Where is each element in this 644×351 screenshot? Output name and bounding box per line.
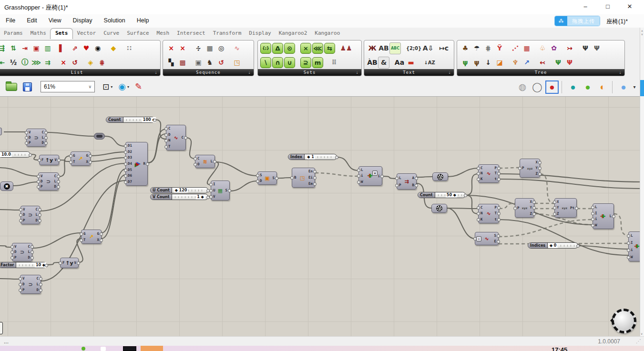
list-icon-r2-3[interactable]: ⓘ	[19, 57, 31, 69]
sequence-icon-r1-3[interactable]: ∻	[193, 42, 204, 54]
brep-edges-output-En[interactable]: En	[308, 170, 313, 173]
list-item-input-W[interactable]: W	[361, 180, 363, 184]
move-1-input-G[interactable]: G	[73, 154, 75, 158]
deconstruct-point-1-component[interactable]: PxyzXYZ	[520, 159, 540, 178]
list-icon-r1-2[interactable]: ⇅	[8, 42, 19, 54]
u-count-slider-track[interactable]: ◆ 120	[175, 188, 205, 193]
insert-items-1-input-i[interactable]: i	[595, 217, 597, 221]
divide-curve-r1-component[interactable]: CNK∿PTt	[478, 164, 499, 183]
canvas-compass-widget[interactable]	[612, 309, 636, 333]
divide-domain2-input-I[interactable]: I	[213, 182, 215, 186]
text-icon-r1-2[interactable]: AB	[378, 42, 389, 54]
tab-mesh[interactable]: Mesh	[153, 28, 174, 40]
sets-icon-r2-1[interactable]: ∖	[260, 57, 271, 68]
tree-icon-r2-6[interactable]: ↗	[521, 57, 532, 69]
preview-caret[interactable]: ▾	[127, 85, 129, 89]
insert-items-1-input-L[interactable]: L	[595, 205, 597, 209]
merge-input-D5[interactable]: D5	[128, 168, 132, 172]
divide-curve-4-output-D[interactable]: D	[28, 256, 30, 260]
divide-curve-r2-input-N[interactable]: N	[480, 211, 483, 215]
sequence-icon-r2-5[interactable]: ↺	[215, 57, 227, 69]
taskbar-orange-icon[interactable]	[141, 346, 163, 351]
divide-curve-3-component[interactable]: VDP⊃CLD	[20, 206, 40, 224]
sets-icon-r1-1[interactable]: {;}	[260, 43, 271, 54]
deconstruct-point-1-output-Y[interactable]: Y	[535, 166, 538, 170]
tree-icon-r1-7[interactable]: ♧	[537, 42, 548, 54]
zoom-extents-button[interactable]: ⊡	[102, 82, 109, 92]
list-icon-r1-4[interactable]: ▣	[31, 42, 42, 54]
end-points-component[interactable]: C∿SE↑	[475, 232, 499, 245]
contour-component[interactable]: CO≋L	[195, 155, 215, 168]
isotrim-component[interactable]: SD▣S	[257, 171, 277, 185]
tab-maths[interactable]: Maths	[27, 28, 50, 40]
tree-icon-r2-7[interactable]: ↢	[537, 57, 548, 69]
sets-icon-r2-4[interactable]: ⊇	[300, 57, 311, 68]
move-1-output-X[interactable]: X	[86, 160, 88, 164]
insert-items-2-input-W[interactable]: W	[631, 255, 633, 259]
divide-curve-1-component[interactable]: VDP⊃CLD	[26, 129, 46, 147]
divide-curve-2-output-D[interactable]: D	[54, 185, 56, 189]
preview-half-icon[interactable]: ◐	[596, 80, 609, 94]
move-2-component[interactable]: GT↗GX	[81, 230, 102, 244]
text-icon-r1-1[interactable]: Ж	[367, 42, 378, 54]
scroll-up-icon[interactable]: ∧	[640, 29, 644, 32]
flatten-1-component[interactable]	[432, 172, 448, 181]
list-item-badge-button[interactable]: ▼	[372, 170, 378, 176]
move-2-output-X[interactable]: X	[97, 238, 99, 242]
deconstruct-point-1-input-P[interactable]: P	[522, 166, 524, 170]
divide-curve-4-input-P[interactable]: P	[14, 256, 17, 260]
tab-kangaroo[interactable]: Kangaroo	[311, 28, 344, 40]
brep-edges-input-B[interactable]: B	[294, 176, 296, 180]
tab-sets[interactable]: Sets	[50, 28, 73, 40]
tree-icon-r1-6[interactable]: ▦	[521, 42, 532, 54]
menu-help[interactable]: Help	[131, 14, 155, 24]
list-icon-r1-7[interactable]: ⇗	[69, 42, 81, 54]
maximize-button[interactable]: □	[597, 0, 619, 13]
menu-view[interactable]: View	[43, 14, 67, 24]
sets-icon-r1-5[interactable]: ⋘	[312, 43, 323, 54]
dispatch-component[interactable]: LP⇉AB	[397, 173, 417, 190]
right-scroll-strip[interactable]: ∧ ∨ ∨	[640, 28, 644, 346]
sequence-icon-r1-2[interactable]: ×	[177, 42, 188, 54]
divide-curve-r2-output-T[interactable]: T	[494, 211, 497, 215]
divide-curve-r2-input-K[interactable]: K	[480, 218, 483, 221]
divide-curve-3-output-C[interactable]: C	[35, 208, 38, 211]
menu-solution[interactable]: Solution	[98, 14, 131, 24]
count-slider-50[interactable]: Count50 ◆	[418, 192, 466, 198]
deconstruct-point-2-output-Y[interactable]: Y	[530, 206, 532, 210]
divide-curve-r2-output-t[interactable]: t	[494, 218, 497, 221]
construct-point-input-Z[interactable]: Z	[557, 212, 559, 216]
divide-curve-2-output-C[interactable]: C	[54, 174, 56, 178]
save-file-button[interactable]	[23, 82, 32, 91]
list-icon-r2-4[interactable]: ⋙	[31, 57, 42, 69]
sets-icon-r1-6[interactable]: ⇆	[324, 43, 335, 54]
divide-curve-5-input-P[interactable]: P	[22, 288, 25, 292]
merge-input-D7[interactable]: D7	[128, 180, 132, 184]
divide-curve-1-input-D[interactable]: D	[29, 136, 31, 140]
list-icon-r2-1[interactable]: ⇤	[0, 57, 8, 69]
unit-y-2-output-V[interactable]: V	[74, 261, 76, 265]
scroll-bottom-icon[interactable]: ∨	[641, 332, 643, 335]
merge-input-D4[interactable]: D4	[128, 162, 132, 166]
list-icon-r1-3[interactable]: ⇥	[19, 42, 31, 54]
unit-y-1-input-F[interactable]: F	[41, 158, 44, 162]
tree-icon-r2-9[interactable]: Ψ	[564, 57, 575, 69]
divide-curve-3-output-L[interactable]: L	[35, 213, 38, 217]
tab-vector[interactable]: Vector	[73, 28, 100, 40]
group-expand-icon[interactable]: ⇣	[356, 69, 359, 76]
list-icon-r1-11[interactable]: ∷	[123, 42, 135, 54]
brep-edges-output-Ei[interactable]: Ei	[308, 176, 313, 180]
move-2-input-T[interactable]: T	[83, 238, 86, 242]
list-item-input-i[interactable]: i	[361, 174, 363, 178]
insert-items-2-input-i[interactable]: i	[631, 248, 633, 252]
interpolate-input-C[interactable]: C	[168, 127, 171, 130]
interpolate-component[interactable]: CDNT∿C	[166, 125, 186, 150]
isotrim-output-S[interactable]: S	[272, 176, 275, 180]
interpolate-input-T[interactable]: T	[168, 145, 171, 149]
indices-slider-track[interactable]: ◆ 0	[551, 243, 575, 248]
divide-curve-5-input-D[interactable]: D	[22, 282, 25, 286]
tab-surface[interactable]: Surface	[123, 28, 153, 40]
list-item-input-L[interactable]: L	[361, 168, 363, 172]
sequence-icon-r2-6[interactable]: ◳	[231, 57, 243, 69]
merge-input-D1[interactable]: D1	[128, 144, 132, 148]
